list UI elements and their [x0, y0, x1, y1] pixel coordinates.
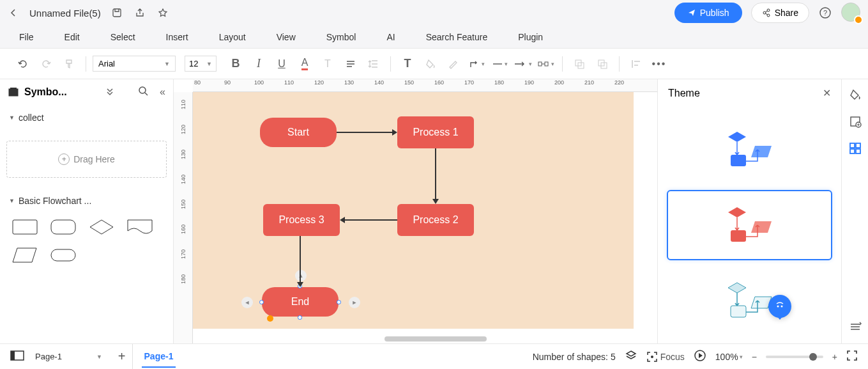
- redo-button[interactable]: [36, 54, 56, 74]
- close-icon[interactable]: ✕: [823, 87, 831, 99]
- canvas-area[interactable]: 8090100110120130140150160170180190200210…: [174, 79, 657, 343]
- flowchart-node-start[interactable]: Start: [260, 118, 337, 147]
- theme-card-red[interactable]: [667, 190, 832, 260]
- italic-button[interactable]: I: [248, 54, 269, 74]
- menu-search-feature[interactable]: Search Feature: [426, 32, 488, 42]
- horizontal-scrollbar[interactable]: [385, 336, 487, 342]
- section-collect[interactable]: ▼collect: [9, 113, 164, 123]
- more-button[interactable]: •••: [649, 54, 669, 74]
- format-painter-button[interactable]: [59, 54, 79, 74]
- page-tab-active[interactable]: Page-1: [142, 346, 176, 368]
- list-toggle-icon[interactable]: [849, 320, 862, 336]
- zoom-level[interactable]: 100%▾: [715, 352, 743, 362]
- arrow-style-button[interactable]: ▾: [512, 54, 533, 74]
- flowchart-node-end[interactable]: End: [262, 287, 339, 317]
- menu-plugin[interactable]: Plugin: [518, 32, 543, 42]
- quick-connect-right[interactable]: ►: [349, 297, 360, 308]
- menu-layout[interactable]: Layout: [219, 32, 246, 42]
- align-button[interactable]: [340, 54, 361, 74]
- format-toolbar: Arial▼ 12▼ B I U A T T ▾ ▾ ▾ ▾ •••: [0, 49, 868, 79]
- play-icon[interactable]: [694, 349, 706, 364]
- connector[interactable]: [345, 219, 397, 221]
- arrow-head-icon: [340, 217, 345, 223]
- back-icon[interactable]: [6, 6, 20, 20]
- flowchart-node-process2[interactable]: Process 2: [397, 204, 474, 236]
- user-avatar[interactable]: [841, 3, 862, 23]
- fill-button[interactable]: [420, 54, 441, 74]
- focus-icon[interactable]: Focus: [646, 351, 685, 363]
- fullscreen-icon[interactable]: [846, 350, 858, 363]
- menu-select[interactable]: Select: [110, 32, 135, 42]
- align-objects-button[interactable]: [626, 54, 646, 74]
- font-color-button[interactable]: A: [294, 54, 315, 74]
- publish-label: Publish: [700, 8, 729, 18]
- grid-icon[interactable]: [849, 142, 862, 157]
- page-layout-icon[interactable]: [10, 350, 24, 363]
- underline-button[interactable]: U: [271, 54, 292, 74]
- menu-edit[interactable]: Edit: [65, 32, 80, 42]
- drag-drop-zone[interactable]: + Drag Here: [6, 141, 167, 178]
- collapse-panel-icon[interactable]: «: [160, 86, 165, 98]
- font-select[interactable]: Arial▼: [93, 56, 176, 72]
- connector[interactable]: [435, 148, 436, 200]
- connector-type-button[interactable]: ▾: [466, 54, 487, 74]
- line-color-button[interactable]: [443, 54, 464, 74]
- selection-handle[interactable]: [298, 315, 302, 320]
- save-icon[interactable]: [110, 6, 124, 20]
- flowchart-node-process1[interactable]: Process 1: [397, 116, 474, 148]
- menu-bar: File Edit Select Insert Layout View Symb…: [0, 26, 868, 49]
- menu-ai[interactable]: AI: [386, 32, 395, 42]
- shape-rounded-rect[interactable]: [47, 216, 79, 238]
- export-icon[interactable]: [133, 6, 147, 20]
- selection-handle[interactable]: [259, 300, 264, 304]
- text-tool-button[interactable]: T: [397, 54, 418, 74]
- shape-rectangle[interactable]: [9, 216, 41, 238]
- font-size-select[interactable]: 12▼: [185, 56, 217, 72]
- shape-diamond[interactable]: [86, 216, 118, 238]
- zoom-out-button[interactable]: −: [752, 352, 757, 362]
- shape-count-label: Number of shapes: 5: [533, 352, 616, 362]
- menu-file[interactable]: File: [19, 32, 34, 42]
- settings-shape-icon[interactable]: [849, 115, 862, 130]
- search-icon[interactable]: [138, 86, 148, 98]
- quick-connect-left[interactable]: ◄: [241, 297, 253, 308]
- shape-document[interactable]: [124, 216, 156, 238]
- menu-view[interactable]: View: [277, 32, 296, 42]
- svg-point-32: [781, 306, 783, 308]
- share-button[interactable]: Share: [751, 3, 809, 23]
- help-icon[interactable]: ?: [818, 6, 832, 20]
- section-basic-flowchart[interactable]: ▼Basic Flowchart ...: [9, 196, 164, 206]
- quick-connect-up[interactable]: ▲: [295, 270, 307, 281]
- bold-button[interactable]: B: [225, 54, 246, 74]
- flowchart-node-process3[interactable]: Process 3: [263, 204, 340, 236]
- file-title[interactable]: Unnamed File(5): [29, 8, 101, 19]
- svg-point-31: [777, 306, 779, 308]
- line-spacing-button[interactable]: [363, 54, 384, 74]
- zoom-slider[interactable]: [766, 356, 823, 358]
- shape-parallelogram[interactable]: [9, 244, 41, 266]
- line-ends-button[interactable]: ▾: [535, 54, 556, 74]
- rotate-handle[interactable]: [267, 315, 273, 322]
- fill-paint-icon[interactable]: [849, 88, 862, 104]
- chat-assistant-button[interactable]: [768, 295, 791, 318]
- theme-card-outline[interactable]: [667, 265, 832, 336]
- bring-front-button[interactable]: [569, 54, 590, 74]
- send-back-button[interactable]: [592, 54, 613, 74]
- line-style-button[interactable]: ▾: [489, 54, 510, 74]
- shape-terminator[interactable]: [47, 244, 79, 266]
- menu-symbol[interactable]: Symbol: [326, 32, 356, 42]
- theme-card-blue[interactable]: [667, 114, 832, 185]
- page-select[interactable]: Page-1▼: [31, 350, 107, 363]
- menu-insert[interactable]: Insert: [166, 32, 188, 42]
- publish-button[interactable]: Publish: [674, 3, 742, 23]
- dropdown-icon[interactable]: [106, 87, 114, 98]
- layers-icon[interactable]: [625, 349, 637, 364]
- strikethrough-button[interactable]: T: [317, 54, 338, 74]
- connector[interactable]: [300, 236, 301, 283]
- star-icon[interactable]: [156, 6, 170, 20]
- selection-handle[interactable]: [337, 300, 341, 304]
- connector[interactable]: [337, 132, 393, 133]
- undo-button[interactable]: [13, 54, 33, 74]
- zoom-in-button[interactable]: +: [832, 352, 837, 362]
- add-page-button[interactable]: +: [118, 349, 126, 364]
